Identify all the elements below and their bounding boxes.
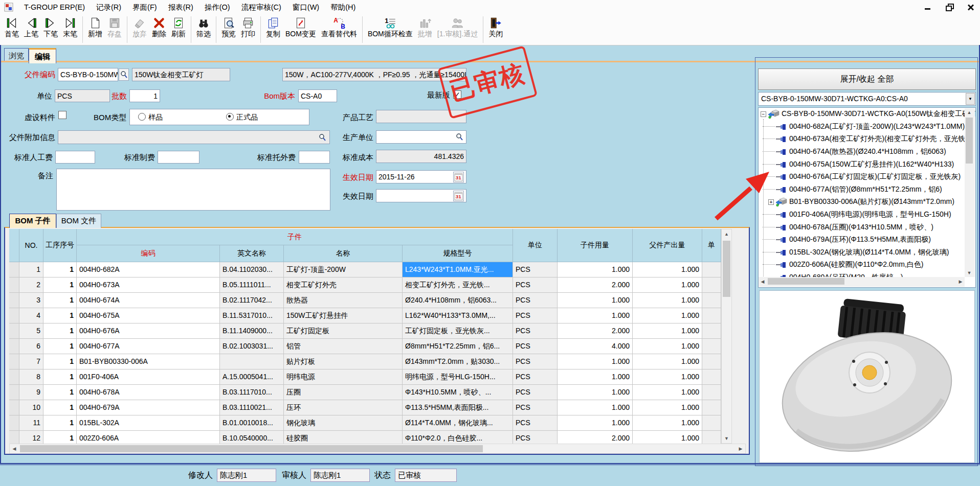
cell-unit[interactable]: PCS: [513, 369, 558, 385]
cell-no[interactable]: 6: [19, 339, 43, 354]
cell-en[interactable]: B.11.5317010...: [220, 308, 284, 323]
cell-code[interactable]: 004H0-675A: [77, 308, 220, 323]
cell-out[interactable]: 1.000: [633, 277, 702, 293]
cell-sel[interactable]: [9, 293, 19, 308]
cell-spec[interactable]: 工矿灯固定板，亚光铁灰...: [403, 323, 513, 339]
menu-workflow[interactable]: 流程审核(C): [236, 1, 287, 14]
bom-version-field[interactable]: CS-A0: [298, 89, 337, 102]
tree-item[interactable]: 004H0-674A(散热器)(Ø240.4*H108mm，铝6063): [759, 146, 975, 158]
cell-cut[interactable]: [702, 277, 721, 293]
cell-seq[interactable]: 1: [43, 308, 77, 323]
cell-qty[interactable]: 1.000: [558, 293, 633, 308]
cell-en[interactable]: B.05.1111011...: [220, 277, 284, 293]
cell-no[interactable]: 2: [19, 277, 43, 293]
cell-unit[interactable]: PCS: [513, 431, 558, 444]
hscroll-thumb[interactable]: [20, 445, 483, 452]
tree-vscrollbar[interactable]: ▲ ▼: [965, 108, 975, 277]
cell-sel[interactable]: [9, 400, 19, 415]
tab-bom-children[interactable]: BOM 子件: [9, 214, 56, 228]
cell-unit[interactable]: PCS: [513, 415, 558, 431]
cell-qty[interactable]: 2.000: [558, 323, 633, 339]
cell-sel[interactable]: [9, 308, 19, 323]
table-row[interactable]: 41004H0-675AB.11.5317010...150W工矿灯悬挂件L16…: [9, 308, 721, 323]
cell-en[interactable]: B.04.1102030...: [220, 262, 284, 277]
cell-code[interactable]: 004H0-682A: [77, 262, 220, 277]
cell-seq[interactable]: 1: [43, 400, 77, 415]
cell-cut[interactable]: [702, 385, 721, 400]
cell-cut[interactable]: [702, 323, 721, 339]
cell-sel[interactable]: [9, 354, 19, 369]
vscroll-thumb[interactable]: [966, 118, 973, 164]
effective-date-calendar-button[interactable]: 31: [453, 172, 464, 182]
scroll-up-icon[interactable]: ▲: [722, 229, 731, 239]
virtual-part-checkbox[interactable]: [58, 111, 66, 119]
cell-cut[interactable]: [702, 262, 721, 277]
cell-out[interactable]: 1.000: [633, 339, 702, 354]
cell-name[interactable]: 工矿灯固定板: [284, 323, 403, 339]
cell-code[interactable]: 004H0-677A: [77, 339, 220, 354]
cell-out[interactable]: 1.000: [633, 431, 702, 444]
cell-seq[interactable]: 1: [43, 323, 77, 339]
last-record-button[interactable]: 末笔: [60, 14, 80, 45]
tree-item[interactable]: 015BL-302A(钢化玻璃)(Ø114*T4.0MM，钢化玻璃): [759, 246, 975, 259]
tree-item[interactable]: 004H0-682A(工矿灯-顶盖-200W)(L243*W243*T1.0MM…: [759, 121, 975, 133]
scroll-down-icon[interactable]: ▼: [722, 434, 731, 443]
bom-type-official-radio[interactable]: 正式品: [226, 113, 258, 121]
cell-name[interactable]: 150W工矿灯悬挂件: [284, 308, 403, 323]
cell-sel[interactable]: [9, 369, 19, 385]
cell-qty[interactable]: 1.000: [558, 262, 633, 277]
cell-code[interactable]: 004H0-676A: [77, 323, 220, 339]
scroll-down-icon[interactable]: ▼: [965, 269, 974, 277]
filter-button[interactable]: 筛选: [194, 14, 213, 45]
cell-cut[interactable]: [702, 369, 721, 385]
cell-cut[interactable]: [702, 354, 721, 369]
tab-edit[interactable]: 编辑: [29, 48, 56, 63]
cell-qty[interactable]: 1.000: [558, 369, 633, 385]
prod-unit-field[interactable]: [376, 130, 466, 144]
cell-spec[interactable]: Ø240.4*H108mm，铝6063...: [403, 293, 513, 308]
cell-no[interactable]: 1: [19, 262, 43, 277]
menu-window[interactable]: 窗口(W): [287, 1, 325, 14]
cell-seq[interactable]: 1: [43, 339, 77, 354]
cell-spec[interactable]: L162*W40*H133*T3.0MM,...: [403, 308, 513, 323]
cell-code[interactable]: 004H0-673A: [77, 277, 220, 293]
cell-en[interactable]: B.11.1409000...: [220, 323, 284, 339]
cell-no[interactable]: 10: [19, 400, 43, 415]
table-row[interactable]: 81001F0-406AA.15.0005041...明纬电源明纬电源，型号HL…: [9, 369, 721, 385]
tree-item[interactable]: 001F0-406A(明纬电源)(明纬电源，型号HLG-150H): [759, 209, 975, 221]
table-row[interactable]: 101004H0-679AB.03.1110021...压环Φ113.5*H5M…: [9, 400, 721, 415]
first-record-button[interactable]: 首笔: [2, 14, 21, 45]
prod-unit-lookup-button[interactable]: [454, 131, 464, 143]
cell-qty[interactable]: 1.000: [558, 354, 633, 369]
expand-icon[interactable]: +: [768, 199, 774, 205]
table-hscrollbar[interactable]: ◀ ▶: [9, 444, 746, 454]
cell-unit[interactable]: PCS: [513, 277, 558, 293]
cell-unit[interactable]: PCS: [513, 262, 558, 277]
cell-name[interactable]: 贴片灯板: [284, 354, 403, 369]
cell-sel[interactable]: [9, 262, 19, 277]
cell-spec[interactable]: Φ113.5*H5MM,表面阳极...: [403, 400, 513, 415]
cell-unit[interactable]: PCS: [513, 354, 558, 369]
bom-loop-check-button[interactable]: 1 BOM循环检查: [365, 14, 415, 45]
parent-code-field[interactable]: CS-BYB-0-150MW-30D71-WCTKG-A0: [58, 68, 118, 81]
cell-spec[interactable]: Ø114*T4.0MM，钢化玻璃...: [403, 415, 513, 431]
tree-item[interactable]: −CS-BYB-0-150MW-30D71-WCTKG-A0(150W钛金相变工…: [759, 108, 975, 121]
cell-out[interactable]: 1.000: [633, 385, 702, 400]
menu-record[interactable]: 记录(R): [91, 1, 127, 14]
cell-no[interactable]: 7: [19, 354, 43, 369]
cell-spec[interactable]: Ø8mm*H51*T2.25mm，铝6...: [403, 339, 513, 354]
cell-seq[interactable]: 1: [43, 277, 77, 293]
cell-no[interactable]: 5: [19, 323, 43, 339]
add-button[interactable]: 新增: [85, 14, 105, 45]
cell-code[interactable]: 004H0-674A: [77, 293, 220, 308]
cell-name[interactable]: 明纬电源: [284, 369, 403, 385]
table-row[interactable]: 21004H0-673AB.05.1111011...相变工矿灯外壳相变工矿灯外…: [9, 277, 721, 293]
cell-out[interactable]: 1.000: [633, 293, 702, 308]
close-icon[interactable]: [967, 3, 975, 11]
hscroll-thumb[interactable]: [768, 278, 844, 285]
tree-item[interactable]: 002Z0-606A(硅胶圈)(Φ110*Φ2.0mm,白色): [759, 259, 975, 271]
cell-qty[interactable]: 1.000: [558, 415, 633, 431]
expand-collapse-all-button[interactable]: 展开/收起 全部: [758, 68, 976, 90]
cell-unit[interactable]: PCS: [513, 385, 558, 400]
tree-item[interactable]: +B01-BYB00330-006A(贴片灯板)(Ø143mm*T2.0mm): [759, 196, 975, 209]
